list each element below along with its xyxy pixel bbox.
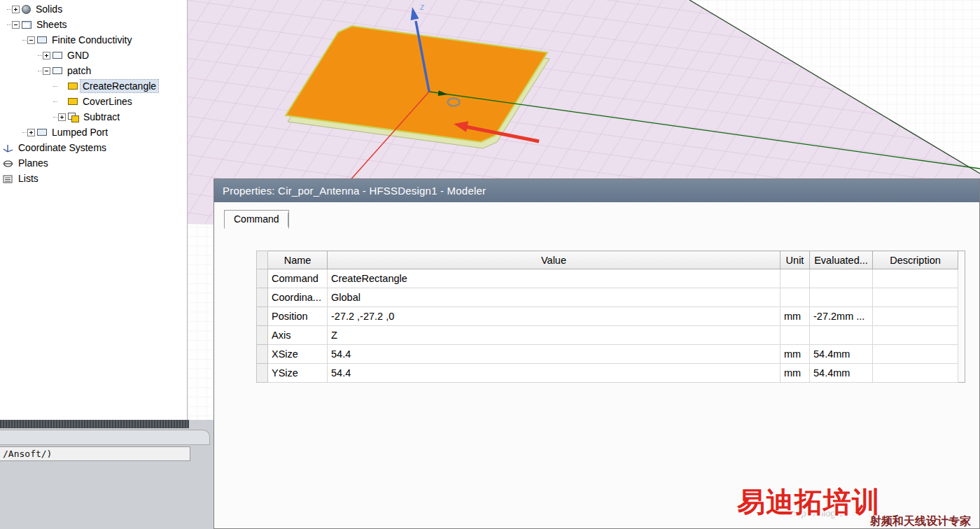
tree-item-label: patch <box>65 64 93 77</box>
tree-item-sheets[interactable]: Sheets <box>0 17 187 32</box>
table-row[interactable]: YSize 54.4 mm 54.4mm <box>257 364 965 383</box>
column-header-name[interactable]: Name <box>268 251 328 269</box>
tree-item-finite-conductivity[interactable]: Finite Conductivity <box>0 32 187 48</box>
tree-item-planes[interactable]: Planes <box>0 155 187 171</box>
expand-toggle[interactable] <box>27 129 35 136</box>
unit-cell <box>780 326 810 345</box>
sheet-icon <box>52 52 62 59</box>
z-axis-label: z <box>419 2 424 12</box>
value-cell[interactable]: 54.4 <box>328 364 780 383</box>
collapse-toggle[interactable] <box>12 21 20 29</box>
tree-item-lumped-port[interactable]: Lumped Port <box>0 125 187 140</box>
tree-item-subtract[interactable]: Subtract <box>0 109 187 125</box>
table-row[interactable]: Position -27.2 ,-27.2 ,0 mm -27.2mm ... <box>257 307 965 326</box>
sheet-icon <box>52 67 62 74</box>
collapse-toggle[interactable] <box>27 36 35 44</box>
tree-item-label: Subtract <box>81 111 122 123</box>
lists-icon <box>3 174 13 183</box>
model-tree-panel: Solids Sheets Finite Conductivity GND pa… <box>0 0 188 420</box>
tree-connector <box>38 71 42 71</box>
watermark-title: 易迪拓培训 <box>737 483 881 521</box>
unit-cell: mm <box>780 307 810 326</box>
evaluated-cell <box>810 326 873 345</box>
description-cell <box>873 364 958 383</box>
path-field: /Ansoft/) <box>0 446 190 461</box>
row-selector[interactable] <box>257 326 268 345</box>
name-cell: YSize <box>268 364 328 383</box>
tree-connector <box>7 24 11 25</box>
tree-item-lists[interactable]: Lists <box>0 171 187 186</box>
sheets-icon <box>22 21 31 29</box>
expand-toggle[interactable] <box>58 113 66 121</box>
column-header-evaluated[interactable]: Evaluated... <box>810 251 873 269</box>
table-row[interactable]: XSize 54.4 mm 54.4mm <box>257 345 965 364</box>
rectangle-icon <box>68 83 78 90</box>
table-header-row: Name Value Unit Evaluated... Description <box>257 251 965 269</box>
tree-item-coordinate-systems[interactable]: Coordinate Systems <box>0 140 187 155</box>
tree-connector <box>53 101 57 102</box>
status-area: /Ansoft/) <box>0 420 214 529</box>
message-strip <box>0 430 210 445</box>
tree-item-solids[interactable]: Solids <box>0 1 187 17</box>
tree-item-gnd[interactable]: GND <box>0 48 187 63</box>
name-cell: XSize <box>268 345 328 364</box>
tree-connector <box>53 86 57 87</box>
tree-connector <box>38 55 42 56</box>
tree-item-createrectangle[interactable]: CreateRectangle <box>0 78 187 94</box>
tree-item-label: Lumped Port <box>50 126 110 139</box>
trailing-column-header <box>958 251 965 269</box>
trailing-cell <box>958 364 965 383</box>
rectangle-icon <box>68 98 78 105</box>
tab-label: Command <box>234 213 279 225</box>
column-header-description[interactable]: Description <box>873 251 958 269</box>
description-cell <box>873 307 958 326</box>
tree-connector <box>53 117 57 118</box>
table-row[interactable]: Command CreateRectangle <box>257 269 965 288</box>
tab-command[interactable]: Command <box>224 210 289 229</box>
row-selector-header <box>257 251 268 269</box>
description-cell <box>873 326 958 345</box>
row-selector[interactable] <box>257 307 268 326</box>
tree-item-coverlines[interactable]: CoverLines <box>0 94 187 109</box>
boundary-sheet-icon <box>37 129 47 136</box>
tree-connector <box>7 9 11 10</box>
row-selector[interactable] <box>257 269 268 288</box>
coordinate-system-icon <box>3 143 13 153</box>
value-cell[interactable]: CreateRectangle <box>328 269 780 288</box>
tree-item-label: Sheets <box>34 18 69 31</box>
tree-item-label: Planes <box>16 157 50 169</box>
description-cell <box>873 269 958 288</box>
trailing-cell <box>958 326 965 345</box>
value-cell[interactable]: 54.4 <box>328 345 780 364</box>
evaluated-cell: 54.4mm <box>810 345 873 364</box>
row-selector[interactable] <box>257 345 268 364</box>
evaluated-cell <box>810 288 873 307</box>
description-cell <box>873 345 958 364</box>
value-cell[interactable]: Global <box>328 288 780 307</box>
collapse-toggle[interactable] <box>43 67 50 75</box>
expand-toggle[interactable] <box>43 52 50 59</box>
dialog-titlebar[interactable]: Properties: Cir_por_Antenna - HFSSDesign… <box>214 179 979 202</box>
trailing-cell <box>958 269 965 288</box>
name-cell: Position <box>268 307 328 326</box>
column-header-value[interactable]: Value <box>328 251 780 269</box>
table-row[interactable]: Coordina... Global <box>257 288 965 307</box>
evaluated-cell: 54.4mm <box>810 364 873 383</box>
solids-icon <box>22 5 31 14</box>
value-cell[interactable]: Z <box>328 326 780 345</box>
description-cell <box>873 288 958 307</box>
tree-item-patch[interactable]: patch <box>0 63 187 78</box>
tree-item-label: Solids <box>34 3 64 15</box>
row-selector[interactable] <box>257 364 268 383</box>
expand-toggle[interactable] <box>12 6 20 13</box>
properties-table: Name Value Unit Evaluated... Description… <box>256 251 965 383</box>
value-cell[interactable]: -27.2 ,-27.2 ,0 <box>328 307 780 326</box>
trailing-cell <box>958 307 965 326</box>
boundary-sheet-icon <box>37 36 47 43</box>
row-selector[interactable] <box>257 288 268 307</box>
column-header-unit[interactable]: Unit <box>780 251 810 269</box>
table-row[interactable]: Axis Z <box>257 326 965 345</box>
unit-cell: mm <box>780 364 810 383</box>
tree-item-label: CreateRectangle <box>80 80 158 92</box>
window-resize-band[interactable] <box>0 420 189 428</box>
